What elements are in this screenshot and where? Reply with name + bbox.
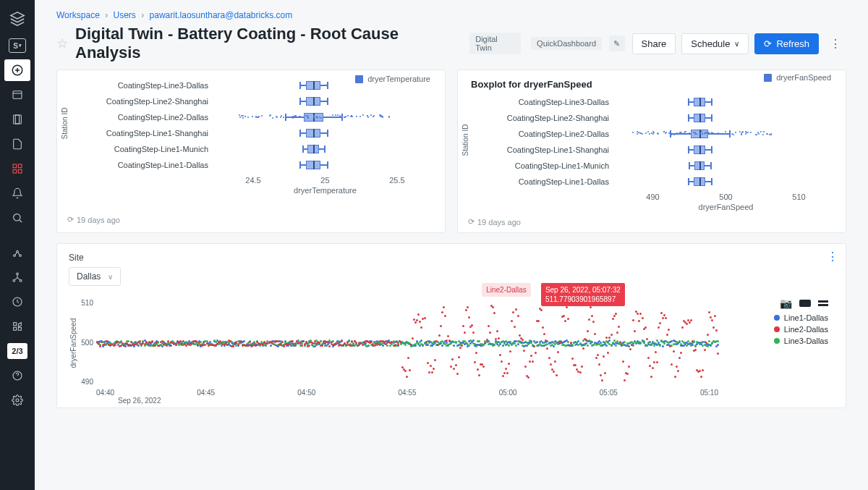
more-menu-icon[interactable]: ⋮ [825,33,846,54]
left-sidebar: S▾ 2/3 [0,0,35,490]
x-ticks-fanspeed: 490500510 [616,193,835,201]
help-icon[interactable] [4,365,30,386]
compute-icon[interactable] [4,266,30,288]
svg-rect-3 [15,115,21,124]
refreshed-ago-1: ⟳19 days ago [67,215,435,224]
boxplot-row: CoatingStep-Line1-Dallas [67,157,435,173]
chart-boxplot-temperature[interactable]: Station ID CoatingStep-Line3-Dallas Coat… [67,77,435,208]
tag-quickdashboard[interactable]: QuickDashboard [531,37,602,50]
svg-point-13 [13,279,15,282]
legend-fanspeed: dryerFanSpeed [764,73,831,82]
svg-point-8 [14,214,20,221]
breadcrumb-workspace[interactable]: Workspace [56,10,100,20]
queries-icon[interactable] [4,109,30,130]
legend-item[interactable]: Line1-Dallas [774,313,828,322]
search-icon[interactable] [4,207,30,229]
data-icon[interactable] [4,242,30,263]
site-panel-menu-icon[interactable]: ⋮ [827,250,838,263]
new-icon[interactable] [4,59,30,81]
svg-rect-5 [18,164,22,168]
chevron-down-icon: ∨ [108,273,113,281]
boxplot-row: CoatingStep-Line1-Munich [67,141,435,157]
svg-point-11 [20,255,22,257]
main-content: Workspace › Users › pawarit.laosunthara@… [35,0,868,490]
svg-rect-6 [13,169,17,173]
svg-rect-16 [14,323,17,326]
boxplot-row: CoatingStep-Line3-Dallas [67,77,435,93]
boxplot-row: CoatingStep-Line2-Shanghai [67,93,435,109]
dashboards-icon[interactable] [4,133,30,155]
site-select[interactable]: Dallas∨ [69,267,121,286]
boxplot-row: CoatingStep-Line1-Shanghai [67,125,435,141]
boxplot-row: CoatingStep-Line2-Dallas [67,109,435,125]
chart-boxplot-fanspeed[interactable]: Station ID CoatingStep-Line3-Dallas Coat… [468,94,835,210]
boxplot-row: CoatingStep-Line2-Shanghai [468,110,835,126]
pan-tool-icon[interactable] [818,300,828,306]
legend-item[interactable]: Line3-Dallas [774,337,828,345]
svg-rect-7 [18,169,22,173]
breadcrumb-user[interactable]: pawarit.laosunthara@databricks.com [150,10,293,20]
refreshed-ago-2: ⟳19 days ago [468,217,835,227]
timeseries-legend: Line1-DallasLine2-DallasLine3-Dallas [774,313,828,345]
timeseries-chart[interactable]: 📷 Line1-DallasLine2-DallasLine3-Dallas d… [69,299,834,405]
site-panel: ⋮ Site Dallas∨ 📷 Line1-DallasLine2-Dalla… [56,243,846,408]
sql-editor-icon[interactable] [4,84,30,106]
svg-rect-1 [13,91,22,99]
svg-point-18 [16,399,19,402]
svg-point-12 [17,273,19,275]
bell-icon[interactable] [4,182,30,204]
logo-icon[interactable] [4,6,30,32]
hover-label: Line2-Dallas [482,283,531,297]
alerts-icon[interactable] [4,158,30,179]
timeseries-x-ticks: 04:4004:4504:5004:5505:0005:0505:10 [96,389,718,397]
breadcrumb: Workspace › Users › pawarit.laosunthara@… [56,0,846,25]
boxplot-row: CoatingStep-Line1-Munich [468,158,835,174]
share-button[interactable]: Share [632,33,676,54]
refresh-button[interactable]: ⟳Refresh [754,33,819,54]
panel-dryer-temperature: dryerTemperature Station ID CoatingStep-… [56,69,446,233]
svg-rect-4 [13,164,17,168]
x-ticks-temperature: 24.52525.5 [216,176,435,185]
camera-icon[interactable]: 📷 [780,297,792,309]
boxplot-row: CoatingStep-Line2-Dallas [468,126,835,142]
boxplot-row: CoatingStep-Line1-Dallas [468,174,835,190]
hover-tooltip: Sep 26, 2022, 05:07:32511.77903901965897 [541,283,625,306]
boxplot-row: CoatingStep-Line1-Shanghai [468,142,835,158]
schedule-button[interactable]: Schedule∨ [681,33,749,54]
top-panels: dryerTemperature Station ID CoatingStep-… [56,69,846,233]
panel-dryer-fanspeed: Boxplot for dryerFanSpeed dryerFanSpeed … [457,69,846,233]
tag-digital-twin[interactable]: Digital Twin [469,33,521,54]
svg-point-10 [17,250,19,253]
title-row: ☆ Digital Twin - Battery Coating - Root … [56,25,846,62]
edit-tags-icon[interactable]: ✎ [609,35,625,51]
legend-item[interactable]: Line2-Dallas [774,325,828,334]
page-indicator[interactable]: 2/3 [4,340,30,362]
history-icon[interactable] [4,291,30,313]
svg-point-14 [20,279,22,282]
star-icon[interactable]: ☆ [56,35,68,51]
svg-point-9 [14,255,16,257]
app-root: S▾ 2/3 Workspace › Users › pawarit.laosu… [0,0,868,490]
page-title: Digital Twin - Battery Coating - Root Ca… [75,25,459,62]
settings-icon[interactable] [4,389,30,411]
sql-badge[interactable]: S▾ [4,35,30,56]
site-label: Site [69,253,834,263]
breadcrumb-users[interactable]: Users [114,10,136,20]
svg-rect-2 [14,115,20,124]
timeseries-date: Sep 26, 2022 [118,397,834,405]
warehouse-icon[interactable] [4,316,30,337]
chart-toolbar: 📷 [780,297,828,309]
zoom-tool-icon[interactable] [799,300,811,307]
boxplot-row: CoatingStep-Line3-Dallas [468,94,835,110]
